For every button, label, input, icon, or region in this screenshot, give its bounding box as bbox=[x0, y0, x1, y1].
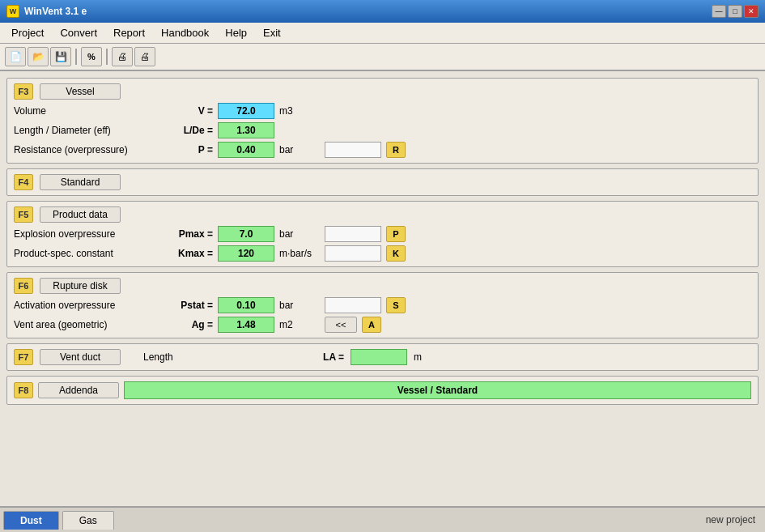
pmax-ref-input[interactable] bbox=[325, 226, 381, 242]
pmax-eq: Pmax = bbox=[164, 228, 213, 240]
pmax-input[interactable] bbox=[218, 226, 274, 242]
kmax-unit: m·bar/s bbox=[279, 248, 320, 259]
maximize-button[interactable]: □ bbox=[728, 5, 742, 18]
minimize-button[interactable]: — bbox=[712, 5, 726, 18]
main-content: F3 Vessel Volume V = m3 Length / Diamete… bbox=[0, 71, 765, 506]
status-bar: Dust Gas new project bbox=[0, 506, 765, 532]
kmax-eq: Kmax = bbox=[164, 248, 213, 259]
kmax-ref-input[interactable] bbox=[325, 245, 381, 262]
resistance-input[interactable] bbox=[218, 142, 274, 158]
lde-eq: L/De = bbox=[164, 125, 213, 136]
rupture-fkey[interactable]: F6 bbox=[14, 278, 33, 294]
pstat-ref-input[interactable] bbox=[325, 297, 381, 313]
pmax-row: Explosion overpressure Pmax = bar P bbox=[14, 226, 751, 242]
pstat-unit: bar bbox=[279, 300, 320, 311]
ag-label: Vent area (geometric) bbox=[14, 319, 159, 330]
window-title: WinVent 3.1 e bbox=[24, 6, 87, 17]
menu-handbook[interactable]: Handbook bbox=[153, 25, 217, 40]
resistance-ref-input[interactable] bbox=[325, 142, 381, 158]
menu-report[interactable]: Report bbox=[105, 25, 153, 40]
pstat-s-button[interactable]: S bbox=[386, 297, 406, 313]
ag-a-button[interactable]: A bbox=[362, 317, 381, 333]
lde-row: Length / Diameter (eff) L/De = bbox=[14, 122, 751, 138]
toolbar-separator bbox=[75, 49, 77, 65]
vent-fkey[interactable]: F7 bbox=[14, 349, 33, 365]
pstat-label: Activation overpressure bbox=[14, 300, 159, 311]
resistance-eq: P = bbox=[164, 144, 213, 155]
pstat-input[interactable] bbox=[218, 297, 274, 313]
ag-double-arrow-button[interactable]: << bbox=[325, 317, 357, 333]
ag-input[interactable] bbox=[218, 317, 274, 333]
vessel-section: F3 Vessel Volume V = m3 Length / Diamete… bbox=[6, 78, 759, 164]
menu-convert[interactable]: Convert bbox=[52, 25, 105, 40]
lde-label: Length / Diameter (eff) bbox=[14, 125, 159, 136]
la-eq: LA = bbox=[295, 351, 344, 363]
addenda-value: Vessel / Standard bbox=[124, 381, 751, 399]
percent-button[interactable]: % bbox=[81, 47, 102, 66]
resistance-r-button[interactable]: R bbox=[386, 142, 406, 158]
addenda-section: F8 Addenda Vessel / Standard bbox=[6, 376, 759, 405]
standard-section: F4 Standard bbox=[6, 168, 759, 196]
vent-duct-section: F7 Vent duct Length LA = m bbox=[6, 343, 759, 371]
open-button[interactable]: 📂 bbox=[28, 47, 49, 66]
menu-help[interactable]: Help bbox=[217, 25, 255, 40]
product-button[interactable]: Product data bbox=[40, 206, 121, 223]
resistance-row: Resistance (overpressure) P = bar R bbox=[14, 142, 751, 158]
standard-button[interactable]: Standard bbox=[40, 174, 121, 190]
dust-tab[interactable]: Dust bbox=[3, 511, 59, 530]
close-button[interactable]: ✕ bbox=[744, 5, 759, 18]
volume-unit: m3 bbox=[279, 105, 320, 117]
la-input[interactable] bbox=[351, 349, 407, 365]
menu-exit[interactable]: Exit bbox=[255, 25, 289, 40]
vent-button[interactable]: Vent duct bbox=[40, 349, 121, 365]
preview-button[interactable]: 🖨 bbox=[112, 47, 133, 66]
volume-eq: V = bbox=[164, 105, 213, 117]
save-button[interactable]: 💾 bbox=[50, 47, 71, 66]
addenda-button[interactable]: Addenda bbox=[38, 382, 119, 398]
product-data-section: F5 Product data Explosion overpressure P… bbox=[6, 201, 759, 267]
la-unit: m bbox=[414, 351, 454, 363]
vessel-button[interactable]: Vessel bbox=[40, 83, 121, 100]
kmax-input[interactable] bbox=[218, 245, 274, 262]
ag-row: Vent area (geometric) Ag = m2 << A bbox=[14, 317, 751, 333]
addenda-row: F8 Addenda Vessel / Standard bbox=[14, 381, 751, 399]
product-fkey[interactable]: F5 bbox=[14, 206, 33, 223]
vessel-fkey[interactable]: F3 bbox=[14, 83, 33, 100]
standard-fkey[interactable]: F4 bbox=[14, 174, 33, 190]
toolbar: 📄 📂 💾 % 🖨 🖨 bbox=[0, 44, 765, 71]
pstat-eq: Pstat = bbox=[164, 300, 213, 311]
pmax-p-button[interactable]: P bbox=[386, 226, 406, 242]
kmax-row: Product-spec. constant Kmax = m·bar/s K bbox=[14, 245, 751, 262]
app-icon: W bbox=[6, 5, 19, 18]
menu-project[interactable]: Project bbox=[3, 25, 52, 40]
lde-input[interactable] bbox=[218, 122, 274, 138]
rupture-button[interactable]: Rupture disk bbox=[40, 278, 121, 294]
menu-bar: Project Convert Report Handbook Help Exi… bbox=[0, 23, 765, 44]
addenda-fkey[interactable]: F8 bbox=[14, 382, 33, 398]
volume-row: Volume V = m3 bbox=[14, 103, 751, 119]
project-status: new project bbox=[706, 514, 762, 526]
la-label: Length bbox=[143, 351, 289, 363]
kmax-label: Product-spec. constant bbox=[14, 248, 159, 259]
toolbar-separator-2 bbox=[106, 49, 108, 65]
gas-tab[interactable]: Gas bbox=[62, 511, 114, 530]
rupture-disk-section: F6 Rupture disk Activation overpressure … bbox=[6, 272, 759, 338]
pstat-row: Activation overpressure Pstat = bar S bbox=[14, 297, 751, 313]
kmax-k-button[interactable]: K bbox=[386, 245, 406, 262]
pmax-label: Explosion overpressure bbox=[14, 228, 159, 240]
resistance-label: Resistance (overpressure) bbox=[14, 144, 159, 155]
print-button[interactable]: 🖨 bbox=[134, 47, 155, 66]
volume-input[interactable] bbox=[218, 103, 274, 119]
resistance-unit: bar bbox=[279, 144, 320, 155]
ag-unit: m2 bbox=[279, 319, 320, 330]
title-bar: W WinVent 3.1 e — □ ✕ bbox=[0, 0, 765, 23]
new-button[interactable]: 📄 bbox=[5, 47, 26, 66]
volume-label: Volume bbox=[14, 105, 159, 117]
pmax-unit: bar bbox=[279, 228, 320, 240]
ag-eq: Ag = bbox=[164, 319, 213, 330]
